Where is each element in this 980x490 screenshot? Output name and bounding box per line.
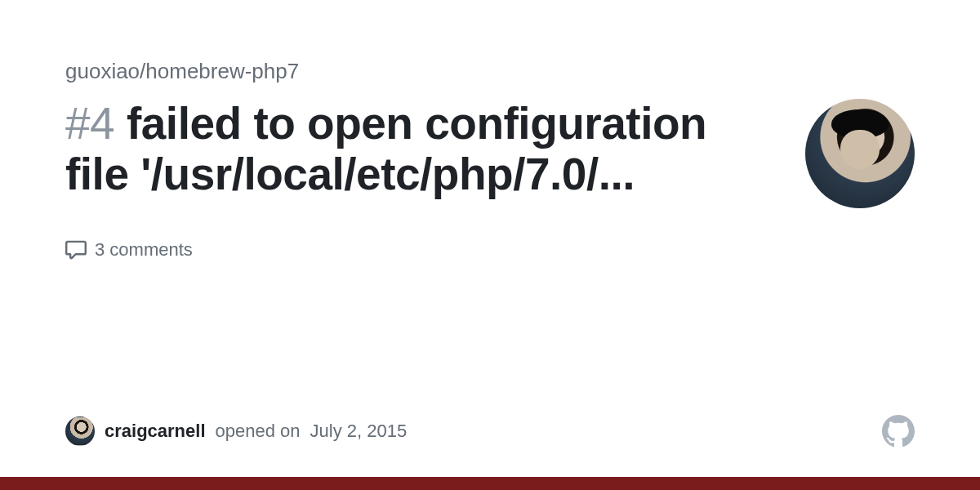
footer: craigcarnell opened on July 2, 2015 [65,415,915,448]
bottom-accent-bar [0,477,980,490]
author-username[interactable]: craigcarnell [105,421,206,442]
repo-path[interactable]: guoxiao/homebrew-php7 [65,59,915,84]
issue-number: #4 [65,98,114,149]
comments-row[interactable]: 3 comments [65,239,915,261]
opened-label: opened on [216,421,301,442]
title-block: #4 failed to open configuration file '/u… [65,99,781,199]
author-avatar-large[interactable] [805,99,915,208]
issue-title[interactable]: #4 failed to open configuration file '/u… [65,99,781,199]
author-avatar-small[interactable] [65,416,95,446]
issue-title-text: failed to open configuration file '/usr/… [65,98,706,199]
title-row: #4 failed to open configuration file '/u… [65,99,915,208]
author-meta: craigcarnell opened on July 2, 2015 [65,416,407,446]
opened-date: July 2, 2015 [310,421,408,442]
comment-icon [65,239,87,261]
issue-card: guoxiao/homebrew-php7 #4 failed to open … [0,0,980,490]
github-logo-icon[interactable] [882,415,915,448]
comments-count: 3 comments [95,239,193,261]
